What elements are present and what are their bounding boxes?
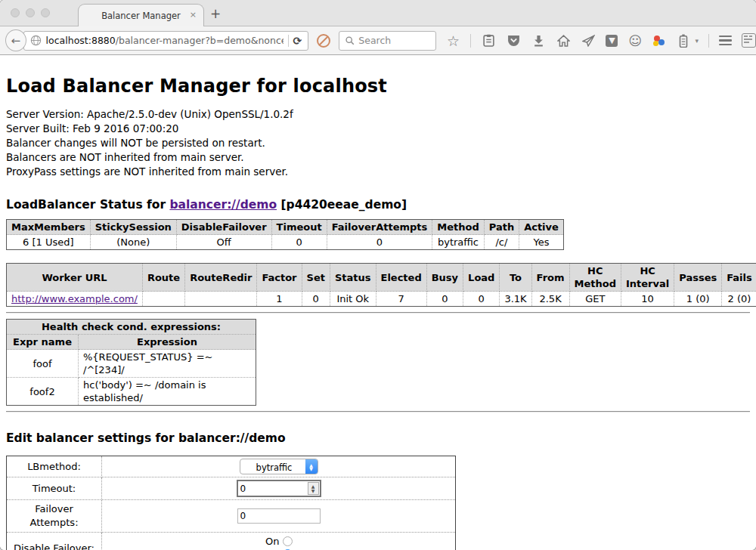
new-tab-button[interactable]: + xyxy=(210,6,221,21)
timeout-input[interactable]: 0 ▲▼ xyxy=(237,480,321,497)
lbmethod-label: LBmethod: xyxy=(7,456,102,477)
failover-on-option[interactable]: On xyxy=(265,536,293,547)
col-load: Load xyxy=(463,264,500,292)
col-failoverattempts: FailoverAttempts xyxy=(327,220,432,235)
window-controls[interactable] xyxy=(11,8,50,17)
edit-balancer-form: LBmethod: bytraffic ▲▼ Timeout: 0 ▲▼ xyxy=(6,456,456,550)
balancer-status-table: MaxMembers StickySession DisableFailover… xyxy=(6,219,564,250)
battery-dropdown-caret[interactable]: ▾ xyxy=(695,37,699,45)
col-path: Path xyxy=(484,220,519,235)
toolbar-divider-2 xyxy=(708,34,709,48)
persist-note-line: Balancer changes will NOT be persisted o… xyxy=(6,136,750,150)
col-busy: Busy xyxy=(426,264,463,292)
close-window-button[interactable] xyxy=(11,8,20,17)
reload-icon[interactable]: ⟳ xyxy=(293,35,302,47)
plugin-blocked-icon[interactable] xyxy=(316,33,331,48)
proxypass-note-line: ProxyPass settings are NOT inherited fro… xyxy=(6,165,750,179)
col-worker-url: Worker URL xyxy=(7,264,143,292)
url-text[interactable]: localhost:8880/balancer-manager?b=demo&n… xyxy=(46,35,284,46)
minimize-window-button[interactable] xyxy=(26,8,35,17)
balancer-demo-link[interactable]: balancer://demo xyxy=(169,198,277,212)
inherit-note-line: Balancers are NOT inherited from main se… xyxy=(6,150,750,165)
battery-icon[interactable] xyxy=(676,33,691,48)
urlbar-divider xyxy=(288,35,289,47)
section-divider-1 xyxy=(6,312,750,314)
worker-row: http://www.example.com/ 1 0 Init Ok 7 0 … xyxy=(7,292,756,307)
lbmethod-select[interactable]: bytraffic ▲▼ xyxy=(240,459,318,474)
worker-table: Worker URL Route RouteRedir Factor Set S… xyxy=(6,263,756,307)
page-content: Load Balancer Manager for localhost Serv… xyxy=(0,55,756,550)
tab-balancer-manager[interactable]: Balancer Manager × xyxy=(78,4,204,27)
tab-strip: Balancer Manager × + xyxy=(0,0,756,26)
col-hc-interval: HC Interval xyxy=(621,264,674,292)
col-set: Set xyxy=(302,264,330,292)
pocket-icon[interactable] xyxy=(506,33,521,48)
health-row: foof %{REQUEST_STATUS} =~ /^[234]/ xyxy=(7,350,256,378)
col-factor: Factor xyxy=(257,264,302,292)
edit-settings-heading: Edit balancer settings for balancer://de… xyxy=(6,431,750,445)
balancer-status-row: 6 [1 Used] (None) Off 0 0 bytraffic /c/ … xyxy=(7,235,564,250)
search-input[interactable]: Search xyxy=(339,31,436,51)
col-maxmembers: MaxMembers xyxy=(7,220,91,235)
server-version-line: Server Version: Apache/2.5.0-dev (Unix) … xyxy=(6,107,750,122)
download-icon[interactable] xyxy=(531,33,546,48)
globe-icon xyxy=(30,35,42,46)
toolbar-divider xyxy=(470,34,471,48)
col-from: From xyxy=(531,264,569,292)
tab-send-icon[interactable]: ▼ xyxy=(606,35,618,47)
tab-close-icon[interactable]: × xyxy=(190,11,197,19)
search-icon xyxy=(345,36,355,45)
section-divider-2 xyxy=(6,411,750,412)
menu-icon[interactable] xyxy=(719,36,732,46)
server-built-line: Server Built: Feb 9 2016 07:00:20 xyxy=(6,122,750,136)
select-stepper-icon: ▲▼ xyxy=(305,459,318,474)
radio-on-unchecked[interactable] xyxy=(283,536,293,546)
col-fails: Fails xyxy=(722,264,756,292)
col-expression: Expression xyxy=(79,335,256,350)
col-elected: Elected xyxy=(376,264,426,292)
health-check-table: Health check cond. expressions: Expr nam… xyxy=(6,319,256,406)
url-bar[interactable]: localhost:8880/balancer-manager?b=demo&n… xyxy=(23,31,309,51)
col-to: To xyxy=(500,264,531,292)
navigation-toolbar: ← localhost:8880/balancer-manager?b=demo… xyxy=(0,26,756,55)
feedback-smiley-icon[interactable]: ☺ xyxy=(627,33,643,48)
health-row: foof2 hc('body') =~ /domain is establish… xyxy=(7,378,256,406)
col-status: Status xyxy=(330,264,376,292)
col-expr-name: Expr name xyxy=(7,335,79,350)
server-info: Server Version: Apache/2.5.0-dev (Unix) … xyxy=(6,107,750,179)
col-hc-method: HC Method xyxy=(569,264,621,292)
timeout-label: Timeout: xyxy=(7,477,102,500)
health-table-title: Health check cond. expressions: xyxy=(7,320,256,335)
reading-list-icon[interactable] xyxy=(481,33,496,48)
page-title: Load Balancer Manager for localhost xyxy=(6,76,750,97)
worker-url-link[interactable]: http://www.example.com/ xyxy=(11,293,138,304)
failover-attempts-label: Failover Attempts: xyxy=(7,500,102,533)
number-spinner-icon[interactable]: ▲▼ xyxy=(308,482,319,495)
failover-attempts-input[interactable] xyxy=(237,508,321,524)
browser-window: Balancer Manager × + ← localhost:8880/ba… xyxy=(0,0,756,550)
extension-dots-icon[interactable] xyxy=(652,34,666,48)
col-method: Method xyxy=(432,220,484,235)
disable-failover-label: Disable Failover: xyxy=(7,533,102,550)
back-button[interactable]: ← xyxy=(5,29,26,51)
col-passes: Passes xyxy=(674,264,722,292)
home-icon[interactable] xyxy=(556,33,571,48)
zoom-window-button[interactable] xyxy=(41,8,50,17)
tab-title: Balancer Manager xyxy=(101,11,181,21)
mosaic-extension-icon[interactable] xyxy=(742,33,756,48)
col-route: Route xyxy=(142,264,184,292)
col-active: Active xyxy=(519,220,564,235)
search-placeholder: Search xyxy=(358,35,391,46)
bookmark-star-icon[interactable]: ☆ xyxy=(445,33,460,48)
send-icon[interactable] xyxy=(581,33,596,48)
loadbalancer-status-heading: LoadBalancer Status for balancer://demo … xyxy=(6,198,750,212)
col-timeout: Timeout xyxy=(271,220,327,235)
col-stickysession: StickySession xyxy=(90,220,176,235)
col-disablefailover: DisableFailover xyxy=(176,220,271,235)
col-routeredir: RouteRedir xyxy=(185,264,257,292)
